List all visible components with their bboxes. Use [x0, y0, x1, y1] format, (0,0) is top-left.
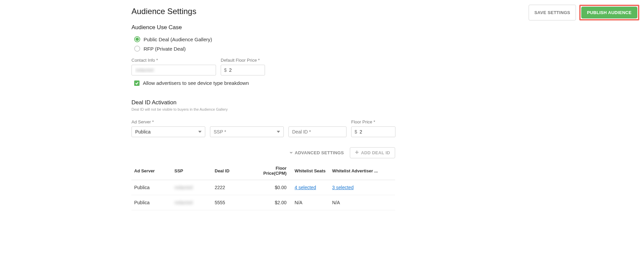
save-settings-button[interactable]: SAVE SETTINGS: [529, 5, 576, 20]
cell-whitelist-seats: N/A: [289, 195, 329, 210]
cell-ssp: redacted: [172, 180, 212, 195]
publish-highlight: PUBLISH AUDIENCE: [579, 5, 639, 20]
col-ssp: SSP: [172, 162, 212, 180]
advanced-settings-label: ADVANCED SETTINGS: [295, 150, 344, 155]
col-deal-id: Deal ID: [212, 162, 261, 180]
deal-id-heading: Deal ID Activation: [131, 99, 631, 106]
radio-label: Public Deal (Audience Gallery): [144, 37, 212, 42]
chevron-down-icon: [277, 131, 280, 133]
cell-deal-id: 2222: [212, 180, 261, 195]
deal-id-note: Deal ID will not be visible to buyers in…: [131, 107, 631, 111]
cell-deal-id: 5555: [212, 195, 261, 210]
col-whitelist-advertiser: Whitelist Advertiser ...: [329, 162, 395, 180]
ad-server-label: Ad Server *: [131, 119, 205, 124]
radio-label: RFP (Private Deal): [144, 46, 186, 52]
ad-server-select[interactable]: Publica: [131, 126, 205, 137]
use-case-radio-group: Public Deal (Audience Gallery) RFP (Priv…: [134, 36, 631, 52]
publish-audience-button[interactable]: PUBLISH AUDIENCE: [581, 7, 637, 18]
floor-price-label: Floor Price *: [351, 119, 395, 124]
default-floor-label: Default Floor Price *: [221, 58, 265, 63]
whitelist-seats-link[interactable]: 4 selected: [294, 185, 316, 190]
use-case-heading: Audience Use Case: [131, 24, 631, 31]
col-floor-price: Floor Price(CPM): [261, 162, 289, 180]
allow-breakdown-checkbox-row[interactable]: Allow advertisers to see device type bre…: [134, 80, 631, 86]
ssp-select[interactable]: SSP *: [210, 126, 284, 137]
contact-info-label: Contact Info *: [131, 58, 216, 63]
ssp-label-spacer: [210, 119, 284, 124]
radio-rfp[interactable]: RFP (Private Deal): [134, 46, 631, 52]
col-ad-server: Ad Server: [131, 162, 172, 180]
radio-selected-icon: [134, 36, 140, 42]
cell-floor-price: $0.00: [261, 180, 289, 195]
page-title: Audience Settings: [131, 7, 196, 16]
ssp-placeholder: SSP *: [214, 129, 226, 134]
radio-public-deal[interactable]: Public Deal (Audience Gallery): [134, 36, 631, 42]
cell-whitelist-advertiser: 3 selected: [329, 180, 395, 195]
checkbox-checked-icon: [134, 80, 140, 86]
chevron-down-icon: [289, 150, 293, 155]
svg-marker-0: [198, 131, 202, 133]
cell-ssp: redacted: [172, 195, 212, 210]
chevron-down-icon: [198, 131, 202, 133]
table-row: Publicaredacted2222$0.004 selected3 sele…: [131, 180, 395, 195]
deal-id-input[interactable]: [288, 126, 346, 137]
floor-price-input[interactable]: [351, 126, 395, 137]
whitelist-advertiser-link[interactable]: 3 selected: [332, 185, 354, 190]
add-deal-id-label: ADD DEAL ID: [361, 150, 390, 155]
radio-unselected-icon: [134, 46, 140, 52]
contact-info-input[interactable]: [131, 65, 216, 75]
cell-ad-server: Publica: [131, 195, 172, 210]
cell-whitelist-seats: 4 selected: [289, 180, 329, 195]
advanced-settings-toggle[interactable]: ADVANCED SETTINGS: [289, 147, 344, 158]
deal-id-table: Ad Server SSP Deal ID Floor Price(CPM) W…: [131, 162, 395, 210]
svg-marker-1: [277, 131, 280, 133]
plus-icon: [355, 150, 359, 155]
cell-floor-price: $2.00: [261, 195, 289, 210]
col-whitelist-seats: Whitelist Seats: [289, 162, 329, 180]
cell-ad-server: Publica: [131, 180, 172, 195]
default-floor-input[interactable]: [221, 65, 265, 75]
cell-whitelist-advertiser: N/A: [329, 195, 395, 210]
add-deal-id-button[interactable]: ADD DEAL ID: [350, 147, 395, 158]
checkbox-label: Allow advertisers to see device type bre…: [143, 80, 249, 86]
deal-id-label-spacer: [288, 119, 346, 124]
ad-server-value: Publica: [135, 129, 151, 134]
table-row: Publicaredacted5555$2.00N/AN/A: [131, 195, 395, 210]
